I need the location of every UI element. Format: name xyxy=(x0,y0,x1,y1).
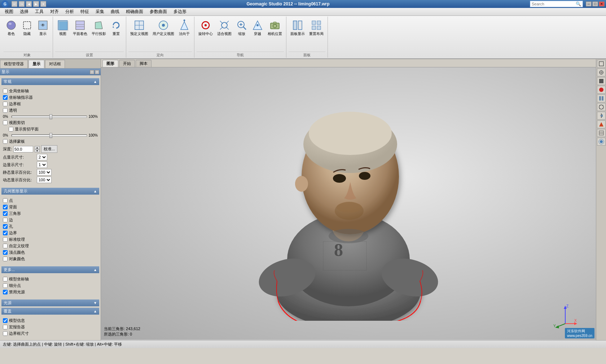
menu-polygon[interactable]: 多边形 xyxy=(170,8,190,16)
ribbon-btn-reset-layout[interactable]: 重置布局 xyxy=(307,18,325,51)
select-edge-size[interactable]: 12345 xyxy=(37,161,47,168)
section-lighting-header[interactable]: 光源 ▼ xyxy=(1,299,99,306)
menu-capture[interactable]: 采集 xyxy=(92,8,107,16)
clip-track[interactable] xyxy=(12,134,87,137)
checkbox-custom-texture-input[interactable] xyxy=(3,244,8,248)
checkbox-transparent-input[interactable] xyxy=(3,108,8,113)
checkbox-object-color-input[interactable] xyxy=(3,257,8,261)
rt-btn-2[interactable] xyxy=(597,68,606,76)
panel-pin-button[interactable]: ─ xyxy=(90,70,94,74)
viewport-area[interactable]: 8 当前三角形: 24 xyxy=(101,67,596,340)
select-static-pct[interactable]: 255075100 xyxy=(37,169,52,176)
svg-rect-84 xyxy=(599,131,603,135)
tab-model-manager[interactable]: 模型管理器 xyxy=(0,60,28,68)
ribbon-btn-ortho[interactable]: 平行投影 xyxy=(90,18,108,51)
select-dynamic-pct[interactable]: 255075100 xyxy=(37,177,52,183)
menu-tools[interactable]: 工具 xyxy=(32,8,47,16)
ribbon-btn-flat-shade[interactable]: 平面着色 xyxy=(71,18,89,51)
checkbox-view-clip-input[interactable] xyxy=(3,120,8,125)
rt-btn-1[interactable] xyxy=(597,60,606,68)
ribbon-btn-view[interactable]: 视图 xyxy=(55,18,70,51)
maximize-button[interactable]: □ xyxy=(592,1,598,6)
checkbox-boundary-input[interactable] xyxy=(3,231,8,235)
menu-curves[interactable]: 曲线 xyxy=(107,8,123,16)
rt-btn-4[interactable] xyxy=(597,86,606,94)
quick-access-undo[interactable]: ↩ xyxy=(12,1,17,7)
quick-access-forward[interactable]: ▶ xyxy=(33,1,39,7)
ribbon-btn-normal[interactable]: 法向于 xyxy=(177,18,192,51)
checkbox-backface-input[interactable] xyxy=(3,205,8,209)
quick-access-redo[interactable]: ↪ xyxy=(19,1,25,7)
menu-precise-surface[interactable]: 精确曲面 xyxy=(123,8,146,16)
checkbox-axis-indicator-input[interactable] xyxy=(3,95,8,100)
checkbox-select-mask-input[interactable] xyxy=(3,139,8,144)
rt-btn-3[interactable] xyxy=(597,77,606,85)
menu-param-surface[interactable]: 参数曲面 xyxy=(146,8,170,16)
label-subdiv-point: 细分点 xyxy=(9,283,21,288)
viewport-tab-graph[interactable]: 图形 xyxy=(102,60,118,67)
ribbon-btn-shade[interactable]: 着色 xyxy=(4,18,19,51)
section-overlay-header[interactable]: 覆盖 ▲ xyxy=(1,308,99,315)
panel-close-button[interactable]: × xyxy=(95,70,99,74)
rt-btn-5[interactable] xyxy=(597,94,606,102)
section-more-header[interactable]: 更多... ▲ xyxy=(1,266,99,273)
viewport-tab-start[interactable]: 开始 xyxy=(119,60,135,67)
checkbox-vertex-color-input[interactable] xyxy=(3,250,8,255)
rt-btn-7[interactable] xyxy=(597,112,606,120)
viewport-tab-script[interactable]: 脚本 xyxy=(136,60,152,67)
rt-btn-9[interactable] xyxy=(597,129,606,137)
ribbon-btn-camera[interactable]: 相机位置 xyxy=(266,18,284,51)
ribbon-btn-zoom[interactable]: 缩放 xyxy=(234,18,249,51)
quick-access-extra[interactable]: ▾ xyxy=(40,1,46,7)
checkbox-triangle-input[interactable] xyxy=(3,211,8,216)
ribbon-btn-custom-view[interactable]: 用户定义视图 xyxy=(151,18,176,51)
minimize-button[interactable]: ─ xyxy=(586,1,592,6)
spin-up[interactable]: ▲ xyxy=(35,146,40,149)
search-input[interactable] xyxy=(532,2,575,6)
depth-input[interactable] xyxy=(13,146,33,152)
clip-thumb[interactable] xyxy=(49,133,52,138)
checkbox-std-texture-input[interactable] xyxy=(3,237,8,242)
checkbox-disable-light-input[interactable] xyxy=(3,290,8,294)
checkbox-model-info-input[interactable] xyxy=(3,318,8,323)
ribbon-btn-fit-view[interactable]: 适合视图 xyxy=(215,18,233,51)
tab-display[interactable]: 显示 xyxy=(28,60,44,68)
section-geometry-header[interactable]: 几何图形显示 ▲ xyxy=(1,188,99,195)
menu-features[interactable]: 特征 xyxy=(77,8,92,16)
checkbox-edge-input[interactable] xyxy=(3,218,8,222)
checkbox-point-input[interactable] xyxy=(3,198,8,203)
checkbox-bbox-size-input[interactable] xyxy=(3,331,8,336)
menu-align[interactable]: 对齐 xyxy=(47,8,62,16)
ribbon-btn-reset[interactable]: 重置 xyxy=(109,18,124,51)
menu-select[interactable]: 选择 xyxy=(17,8,32,16)
checkbox-show-plane-input[interactable] xyxy=(9,127,13,132)
calibrate-button[interactable]: 校准... xyxy=(41,145,57,153)
quick-access-back[interactable]: ◀ xyxy=(26,1,32,7)
close-button[interactable]: ✕ xyxy=(599,1,605,6)
transparency-track[interactable] xyxy=(12,116,87,118)
ribbon-btn-walk[interactable]: 穿越 xyxy=(250,18,265,51)
spin-down[interactable]: ▼ xyxy=(35,149,40,152)
ribbon-btn-panel-show[interactable]: 面板显示 xyxy=(289,18,307,51)
checkbox-macro-reporter-input[interactable] xyxy=(3,325,8,329)
rt-btn-10[interactable] xyxy=(597,138,606,146)
menu-analyze[interactable]: 分析 xyxy=(62,8,77,16)
ribbon-btn-rotate-center[interactable]: 旋转中心 xyxy=(197,18,215,51)
rt-btn-8[interactable] xyxy=(597,120,606,128)
checkbox-model-axis: 模型坐标轴 xyxy=(3,276,98,282)
section-general-header[interactable]: 常规 ▲ xyxy=(1,78,99,85)
checkbox-global-axis-input[interactable] xyxy=(3,89,8,93)
checkbox-model-axis-input[interactable] xyxy=(3,277,8,281)
checkbox-hole-input[interactable] xyxy=(3,224,8,229)
menu-view[interactable]: 视图 xyxy=(1,8,17,16)
checkbox-bounding-box-input[interactable] xyxy=(3,102,8,106)
checkbox-subdiv-point-input[interactable] xyxy=(3,283,8,288)
ribbon-btn-hide[interactable]: 隐藏 xyxy=(19,18,35,51)
tab-dialog[interactable]: 对话框 xyxy=(45,60,65,68)
transparency-thumb[interactable] xyxy=(49,114,52,119)
rt-btn-6[interactable] xyxy=(597,103,606,111)
ribbon-btn-preset-view[interactable]: 预定义视图 xyxy=(128,18,150,51)
select-point-size[interactable]: 12345 xyxy=(37,154,47,160)
search-box[interactable]: 🔍 xyxy=(530,1,583,7)
ribbon-btn-show[interactable]: 👁 显示 xyxy=(35,18,50,51)
